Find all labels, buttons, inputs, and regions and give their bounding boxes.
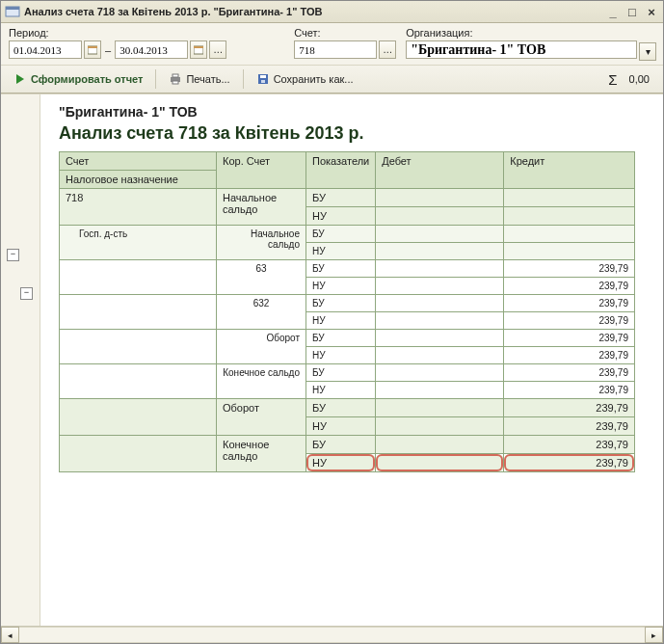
svg-marker-6 (16, 74, 24, 84)
form-report-label: Сформировать отчет (31, 73, 143, 85)
svg-rect-9 (173, 81, 178, 84)
cell-account-no: 718 (60, 189, 217, 226)
val-t-nu: 239,79 (504, 417, 635, 436)
print-label: Печать... (186, 73, 229, 85)
save-as-button[interactable]: Сохранить как... (250, 67, 360, 91)
svg-rect-1 (6, 7, 19, 10)
val-63-bu: 239,79 (504, 260, 635, 278)
cell-end2: Конечное сальдо (217, 364, 306, 399)
org-group: Организация: ▾ (406, 27, 656, 63)
col-corr: Кор. Счет (217, 152, 306, 189)
org-label: Организация: (406, 27, 656, 39)
app-window: Анализ счета 718 за Квітень 2013 р. "Бри… (0, 0, 664, 644)
print-button[interactable]: Печать... (162, 67, 236, 91)
outline-collapse-node[interactable]: − (20, 287, 33, 300)
outline-collapse-node[interactable]: − (7, 249, 19, 261)
form-report-button[interactable]: Сформировать отчет (7, 67, 149, 91)
val-t-bu: 239,79 (504, 399, 635, 417)
toolbar-separator (155, 69, 156, 89)
cell-end: Конечное сальдо (217, 436, 306, 472)
period-from-calendar-icon[interactable] (84, 40, 101, 59)
sum-display: Σ 0,00 (608, 71, 657, 88)
report-title: Анализ счета 718 за Квітень 2013 р. (59, 123, 653, 144)
period-select-button[interactable]: … (209, 40, 226, 59)
sum-value: 0,00 (629, 73, 650, 85)
val-e-bu: 239,79 (504, 436, 635, 454)
period-to-calendar-icon[interactable] (190, 40, 207, 59)
val-t2-nu: 239,79 (504, 347, 635, 364)
svg-rect-8 (173, 74, 178, 77)
horizontal-scrollbar[interactable]: ◂ ▸ (1, 626, 663, 643)
cell-turn2: Оборот (217, 330, 306, 364)
svg-rect-3 (88, 46, 97, 48)
cell-63: 63 (217, 260, 306, 295)
val-632-nu: 239,79 (504, 312, 635, 330)
org-input[interactable] (406, 40, 637, 59)
period-from-input[interactable] (9, 40, 82, 59)
col-account: Счет (66, 155, 210, 167)
org-dropdown-icon[interactable]: ▾ (639, 42, 656, 61)
play-icon (13, 72, 27, 86)
account-input[interactable] (294, 40, 377, 59)
titlebar: Анализ счета 718 за Квітень 2013 р. "Бри… (1, 1, 663, 23)
toolbar: Сформировать отчет Печать... Сохранить к… (1, 65, 663, 94)
maximize-button[interactable]: □ (624, 4, 640, 19)
cell-632: 632 (217, 295, 306, 330)
outline-gutter: − − (1, 94, 40, 626)
cell-turn: Оборот (217, 399, 306, 436)
scroll-track[interactable] (19, 627, 645, 643)
close-button[interactable]: × (644, 4, 659, 19)
col-ind: Показатели (306, 152, 376, 189)
cell-start2: Начальное сальдо (217, 226, 306, 260)
val-63-nu: 239,79 (504, 278, 635, 295)
cell-bu: БУ (306, 189, 376, 207)
save-as-label: Сохранить как... (274, 73, 354, 85)
scroll-left-icon[interactable]: ◂ (1, 627, 19, 643)
floppy-icon (256, 72, 270, 86)
toolbar-separator (243, 69, 244, 89)
cell-start-balance: Начальное сальдо (217, 189, 306, 226)
val-t2-bu: 239,79 (504, 330, 635, 347)
svg-rect-11 (260, 75, 266, 78)
col-debit: Дебет (376, 152, 504, 189)
period-label: Период: (9, 27, 226, 39)
cell-nu: НУ (306, 207, 376, 226)
svg-rect-5 (194, 46, 203, 48)
printer-icon (169, 72, 182, 86)
account-label: Счет: (294, 27, 396, 39)
period-group: Период: – … (9, 27, 226, 63)
app-icon (5, 4, 20, 19)
scroll-right-icon[interactable]: ▸ (645, 627, 663, 643)
sigma-icon: Σ (608, 71, 617, 88)
report-area: − − "Бригантина- 1" ТОВ Анализ счета 718… (1, 94, 663, 626)
val-e2-nu: 239,79 (504, 382, 635, 399)
report-table: Счет Налоговое назначение Кор. Счет Пока… (59, 151, 635, 472)
period-dash: – (103, 44, 113, 56)
val-e2-bu: 239,79 (504, 364, 635, 382)
period-to-input[interactable] (115, 40, 188, 59)
val-e-nu: 239,79 (504, 454, 635, 472)
col-credit: Кредит (504, 152, 635, 189)
report-org: "Бригантина- 1" ТОВ (59, 104, 653, 120)
cell-gosp: Госп. д-сть (60, 226, 217, 260)
window-title: Анализ счета 718 за Квітень 2013 р. "Бри… (24, 6, 601, 17)
minimize-button[interactable]: _ (605, 4, 621, 19)
account-select-button[interactable]: … (379, 40, 396, 59)
account-group: Счет: … (294, 27, 396, 63)
col-tax: Налоговое назначение (60, 170, 216, 185)
val-632-bu: 239,79 (504, 295, 635, 312)
filter-bar: Период: – … Счет: … Организация: ▾ (1, 23, 663, 65)
svg-rect-12 (261, 80, 265, 83)
